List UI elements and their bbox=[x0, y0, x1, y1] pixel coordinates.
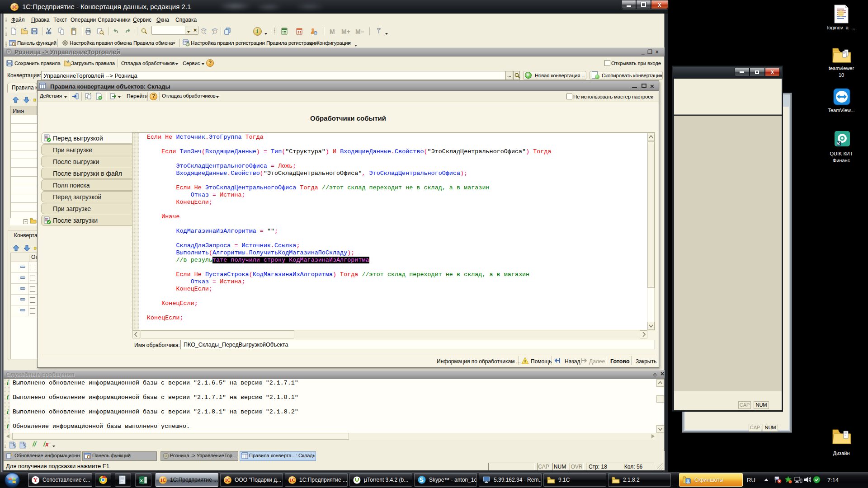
svg-text:X: X bbox=[140, 478, 143, 483]
svg-text:C: C bbox=[24, 446, 27, 449]
svg-text:C: C bbox=[14, 446, 16, 449]
svg-text:31: 31 bbox=[297, 30, 302, 34]
